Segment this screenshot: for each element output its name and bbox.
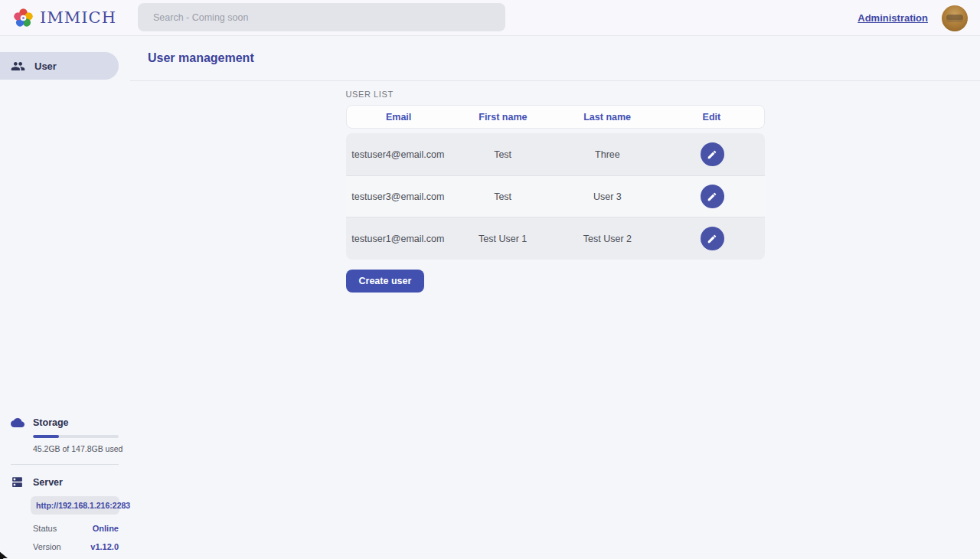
user-avatar[interactable] (942, 5, 968, 31)
storage-progress-track (33, 435, 119, 438)
version-value: v1.12.0 (90, 542, 119, 551)
server-header: Server (0, 476, 130, 489)
page-title: User management (148, 51, 254, 65)
navbar-right: Administration (858, 0, 968, 36)
cloud-icon (11, 417, 24, 428)
create-user-button[interactable]: Create user (346, 270, 425, 293)
column-header-email: Email (347, 112, 451, 123)
sidebar-item-label: User (34, 60, 57, 72)
table-row: testuser1@email.com Test User 1 Test Use… (346, 217, 765, 260)
main-panel: User management USER LIST Email First na… (130, 36, 980, 559)
user-last-name-cell: Test User 2 (555, 234, 660, 244)
column-header-edit: Edit (659, 112, 763, 123)
table-row: testuser3@email.com Test User 3 (346, 175, 765, 217)
sidebar-divider (11, 464, 119, 465)
column-header-first-name: First name (451, 112, 555, 123)
status-label: Status (33, 524, 57, 533)
user-first-name-cell: Test (450, 149, 555, 160)
user-table-body: testuser4@email.com Test Three (346, 133, 765, 260)
administration-link[interactable]: Administration (858, 12, 928, 24)
user-first-name-cell: Test (450, 191, 555, 202)
pencil-icon (707, 191, 717, 202)
user-list-section: USER LIST Email First name Last name Edi… (346, 90, 765, 293)
sidebar-status-panel: Storage 45.2GB of 147.8GB used Server ht… (0, 417, 130, 551)
user-last-name-cell: Three (555, 149, 660, 160)
edit-user-button[interactable] (701, 185, 724, 208)
immich-flower-icon (13, 8, 34, 28)
user-first-name-cell: Test User 1 (450, 234, 555, 244)
server-title: Server (33, 477, 63, 488)
pencil-icon (707, 234, 717, 244)
storage-header: Storage (0, 417, 130, 428)
top-navbar: IMMICH Administration (0, 0, 980, 36)
users-group-icon (11, 59, 25, 74)
column-header-last-name: Last name (555, 112, 659, 123)
mouse-cursor (0, 551, 8, 559)
sidebar-item-user[interactable]: User (0, 52, 119, 80)
app-logo[interactable]: IMMICH (0, 8, 125, 28)
section-title: USER LIST (346, 90, 765, 99)
user-email-cell: testuser4@email.com (346, 149, 451, 160)
server-version-row: Version v1.12.0 (33, 542, 119, 551)
user-table-header: Email First name Last name Edit (346, 105, 765, 129)
storage-usage-text: 45.2GB of 147.8GB used (33, 444, 130, 453)
server-status-row: Status Online (33, 524, 119, 533)
server-dns-icon (11, 476, 24, 489)
user-last-name-cell: User 3 (555, 191, 660, 202)
user-email-cell: testuser1@email.com (346, 234, 451, 244)
storage-progress-fill (33, 435, 59, 438)
status-value: Online (93, 524, 119, 533)
app-title: IMMICH (40, 8, 116, 27)
user-email-cell: testuser3@email.com (346, 191, 451, 202)
search-input[interactable] (138, 3, 505, 31)
admin-sidebar: User Storage 45.2GB of 147.8GB used (0, 36, 130, 559)
table-row: testuser4@email.com Test Three (346, 133, 765, 175)
storage-title: Storage (33, 417, 69, 428)
server-url: http://192.168.1.216:2283 (31, 496, 119, 515)
pencil-icon (707, 149, 717, 160)
edit-user-button[interactable] (701, 142, 724, 166)
version-label: Version (33, 542, 61, 551)
page-header: User management (130, 36, 980, 81)
edit-user-button[interactable] (701, 227, 724, 250)
